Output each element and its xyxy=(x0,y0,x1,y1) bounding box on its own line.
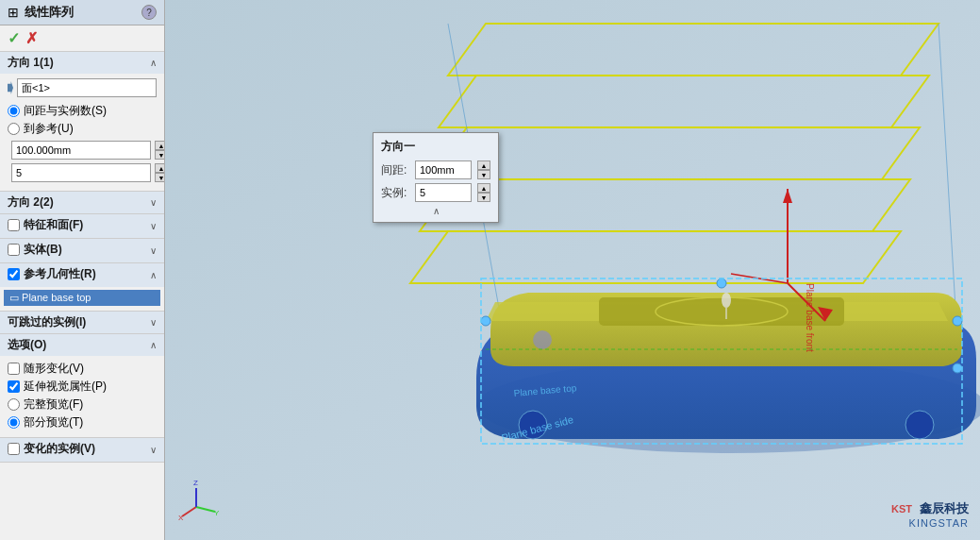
direction1-title: 方向 1(1) xyxy=(8,55,54,71)
ok-button[interactable]: ✓ xyxy=(8,29,20,47)
svg-point-29 xyxy=(717,278,726,288)
solid-section: 实体(B) ∨ xyxy=(0,239,164,263)
refgeo-title: 参考几何性(R) xyxy=(24,266,96,282)
distance-up-btn[interactable]: ▲ xyxy=(155,141,165,150)
instances-spinner-btns: ▲ ▼ xyxy=(155,163,165,182)
full-preview-radio[interactable] xyxy=(8,398,20,411)
panel-title: 线性阵列 xyxy=(25,4,74,21)
refgeo-checkbox-row[interactable]: 参考几何性(R) xyxy=(8,266,96,282)
options-header[interactable]: 选项(O) ∧ xyxy=(0,334,164,356)
change-instances-header[interactable]: 变化的实例(V) ∨ xyxy=(0,438,164,462)
direction-popup: 方向一 间距: ▲ ▼ 实例: ▲ ▼ ∧ xyxy=(373,132,499,223)
features-title: 特征和面(F) xyxy=(24,217,83,233)
popup-instances-down[interactable]: ▼ xyxy=(477,193,490,202)
direction1-header[interactable]: 方向 1(1) ∧ xyxy=(0,52,164,74)
features-header[interactable]: 特征和面(F) ∨ xyxy=(0,214,164,238)
refgeo-list: ▭ Plane base top xyxy=(0,287,164,311)
direction2-header[interactable]: 方向 2(2) ∨ xyxy=(0,192,164,213)
direction2-section: 方向 2(2) ∨ xyxy=(0,192,164,214)
direction1-arrow: ∧ xyxy=(150,58,157,68)
popup-distance-input[interactable] xyxy=(415,160,472,179)
refgeo-checkbox[interactable] xyxy=(8,268,20,280)
direction2-title: 方向 2(2) xyxy=(8,194,54,211)
logo-kst: KST 鑫辰科技 xyxy=(891,500,969,517)
radio-group-distance: 间距与实例数(S) 到参考(U) xyxy=(8,101,157,141)
logo-company-name: 鑫辰科技 xyxy=(920,500,969,517)
toolbar: ✓ ✗ xyxy=(0,25,164,52)
face-selector-icon xyxy=(8,81,13,94)
panel-icon: ⊞ xyxy=(8,5,19,20)
options-arrow: ∧ xyxy=(150,340,157,350)
features-checkbox[interactable] xyxy=(8,219,20,231)
popup-instances-up[interactable]: ▲ xyxy=(477,183,490,193)
radio-distance[interactable]: 间距与实例数(S) xyxy=(8,103,157,119)
svg-text:Plane base front: Plane base front xyxy=(805,283,815,352)
refgeo-arrow: ∧ xyxy=(150,270,157,280)
partial-preview-option[interactable]: 部分预览(T) xyxy=(8,414,157,430)
extend-checkbox[interactable] xyxy=(8,380,20,393)
popup-title: 方向一 xyxy=(381,139,490,155)
change-instances-section: 变化的实例(V) ∨ xyxy=(0,438,164,463)
change-checkbox-row[interactable]: 变化的实例(V) xyxy=(8,441,95,457)
features-arrow: ∨ xyxy=(150,221,157,231)
left-panel: ⊞ 线性阵列 ? ✓ ✗ 方向 1(1) ∧ 间距与实例数(S) xyxy=(0,0,165,540)
face-input[interactable] xyxy=(17,78,157,97)
distance-spinner-btns: ▲ ▼ xyxy=(155,141,165,160)
skip-header[interactable]: 可跳过的实例(I) ∨ xyxy=(0,312,164,333)
svg-point-28 xyxy=(481,316,490,326)
kst-letters: KST xyxy=(891,503,912,515)
popup-distance-up[interactable]: ▲ xyxy=(477,160,490,170)
popup-distance-label: 间距: xyxy=(381,162,409,178)
distance-down-btn[interactable]: ▼ xyxy=(155,150,165,160)
popup-collapse-btn[interactable]: ∧ xyxy=(381,206,490,216)
instances-spinner-row: ▲ ▼ xyxy=(8,163,157,182)
skip-title: 可跳过的实例(I) xyxy=(8,314,86,330)
solid-header[interactable]: 实体(B) ∨ xyxy=(0,239,164,262)
refgeo-header[interactable]: 参考几何性(R) ∧ xyxy=(0,263,164,287)
direction2-arrow: ∨ xyxy=(150,197,157,208)
logo-kingstar: KINGSTAR xyxy=(909,517,969,529)
radio-ref[interactable]: 到参考(U) xyxy=(8,121,157,137)
logo-area: KST 鑫辰科技 KINGSTAR xyxy=(891,500,969,529)
cancel-button[interactable]: ✗ xyxy=(25,29,38,47)
svg-rect-7 xyxy=(165,0,980,540)
distance-spinner-row: ▲ ▼ xyxy=(8,141,157,160)
options-title: 选项(O) xyxy=(8,337,46,353)
solid-title: 实体(B) xyxy=(24,242,62,258)
popup-instances-row: 实例: ▲ ▼ xyxy=(381,183,490,202)
solid-checkbox-row[interactable]: 实体(B) xyxy=(8,242,62,258)
svg-line-37 xyxy=(182,507,196,516)
svg-text:Y: Y xyxy=(214,509,220,517)
partial-preview-radio[interactable] xyxy=(8,416,20,429)
viewport[interactable]: Plane base side Plane base front Plane b… xyxy=(165,0,980,540)
refgeo-section: 参考几何性(R) ∧ ▭ Plane base top xyxy=(0,263,164,312)
change-title: 变化的实例(V) xyxy=(24,441,95,457)
plane-icon: ▭ xyxy=(9,292,22,303)
random-checkbox[interactable] xyxy=(8,363,20,375)
popup-instances-input[interactable] xyxy=(415,183,472,202)
extend-option[interactable]: 延伸视觉属性(P) xyxy=(8,379,157,395)
instances-down-btn[interactable]: ▼ xyxy=(155,173,165,182)
axis-indicator: X Y Z xyxy=(173,474,220,521)
scene-svg: Plane base side Plane base front Plane b… xyxy=(165,0,980,540)
svg-point-35 xyxy=(722,293,731,308)
distance-input[interactable] xyxy=(11,141,151,160)
random-option[interactable]: 随形变化(V) xyxy=(8,361,157,377)
change-checkbox[interactable] xyxy=(8,443,20,455)
change-arrow: ∨ xyxy=(150,445,157,455)
popup-instances-spinners: ▲ ▼ xyxy=(477,183,490,202)
solid-checkbox[interactable] xyxy=(8,244,20,256)
svg-point-26 xyxy=(953,316,962,326)
popup-instances-label: 实例: xyxy=(381,185,409,201)
instances-up-btn[interactable]: ▲ xyxy=(155,163,165,173)
popup-distance-down[interactable]: ▼ xyxy=(477,170,490,179)
popup-distance-spinners: ▲ ▼ xyxy=(477,160,490,179)
help-icon[interactable]: ? xyxy=(141,5,157,20)
features-checkbox-row[interactable]: 特征和面(F) xyxy=(8,217,83,233)
refgeo-item-0[interactable]: ▭ Plane base top xyxy=(4,290,160,306)
features-section: 特征和面(F) ∨ xyxy=(0,214,164,239)
full-preview-option[interactable]: 完整预览(F) xyxy=(8,397,157,413)
direction1-section: 方向 1(1) ∧ 间距与实例数(S) 到参考(U) xyxy=(0,52,164,192)
svg-point-20 xyxy=(533,330,552,349)
instances-input[interactable] xyxy=(11,163,151,182)
